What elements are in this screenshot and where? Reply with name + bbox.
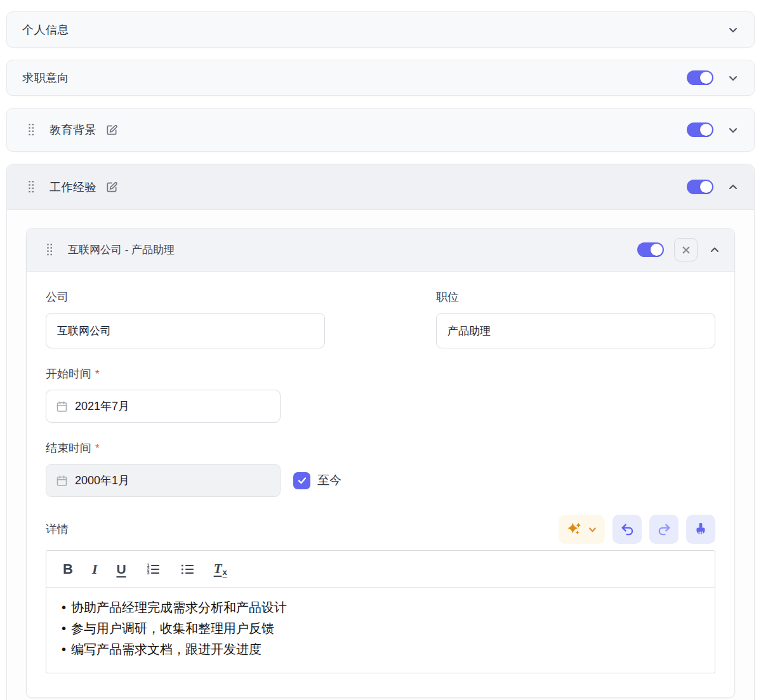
- section-toggle[interactable]: [687, 180, 713, 194]
- undo-button[interactable]: [612, 515, 642, 544]
- work-section-body: 互联网公司 - 产品助理 公司: [7, 210, 754, 700]
- chevron-down-icon[interactable]: [727, 24, 739, 36]
- clean-format-brush-button[interactable]: [686, 515, 715, 544]
- start-date-value: 2021年7月: [75, 399, 129, 414]
- toggle-knob: [700, 124, 712, 136]
- section-personal-info[interactable]: 个人信息: [6, 11, 755, 48]
- entry-toggle[interactable]: [637, 242, 664, 257]
- sparkles-icon: [566, 521, 583, 538]
- detail-label: 详情: [46, 522, 69, 538]
- bullet-item: •编写产品需求文档，跟进开发进度: [62, 639, 699, 660]
- bullet-marker: •: [62, 597, 66, 618]
- bullet-list-button[interactable]: [180, 562, 195, 577]
- brush-icon: [693, 522, 708, 537]
- edit-icon[interactable]: [105, 181, 118, 194]
- bullet-marker: •: [62, 639, 66, 660]
- required-asterisk: *: [95, 442, 100, 454]
- bullet-marker: •: [62, 618, 66, 639]
- work-entry-body: 公司 职位 开始时间*: [27, 272, 734, 697]
- calendar-icon: [55, 400, 69, 413]
- section-job-intention[interactable]: 求职意向: [6, 60, 755, 96]
- work-entry-header[interactable]: 互联网公司 - 产品助理: [27, 228, 734, 272]
- company-field-group: 公司: [46, 289, 325, 348]
- section-title: 教育背景: [50, 122, 96, 138]
- section-toggle[interactable]: [687, 122, 713, 137]
- section-work-experience: 工作经验 互联网公司 - 产品助理: [6, 164, 755, 700]
- start-date-label: 开始时间*: [46, 366, 715, 382]
- bullet-item: •参与用户调研，收集和整理用户反馈: [62, 618, 699, 639]
- ordered-list-button[interactable]: 123: [145, 562, 161, 577]
- bullet-item: •协助产品经理完成需求分析和产品设计: [62, 597, 699, 618]
- calendar-icon: [55, 474, 69, 487]
- drag-handle-icon[interactable]: [29, 181, 34, 193]
- start-date-picker[interactable]: 2021年7月: [46, 390, 281, 423]
- italic-button[interactable]: I: [92, 561, 98, 578]
- section-title: 个人信息: [22, 22, 69, 37]
- section-toggle[interactable]: [687, 70, 713, 85]
- redo-button[interactable]: [649, 515, 678, 544]
- underline-button[interactable]: U: [116, 562, 126, 577]
- edit-icon[interactable]: [105, 124, 118, 136]
- toggle-knob: [700, 72, 712, 84]
- toggle-knob: [700, 181, 712, 193]
- svg-text:3: 3: [147, 571, 149, 575]
- end-date-label: 结束时间*: [46, 440, 715, 456]
- editor-content[interactable]: •协助产品经理完成需求分析和产品设计 •参与用户调研，收集和整理用户反馈 •编写…: [46, 588, 715, 673]
- entry-title: 互联网公司 - 产品助理: [68, 242, 175, 257]
- editor-toolbar: B I U 123 Tx: [46, 551, 715, 588]
- required-asterisk: *: [95, 368, 100, 380]
- drag-handle-icon[interactable]: [29, 124, 34, 136]
- present-label: 至今: [317, 472, 341, 489]
- present-checkbox[interactable]: [293, 472, 310, 489]
- company-label: 公司: [46, 289, 325, 305]
- position-label: 职位: [436, 289, 715, 305]
- detail-header-row: 详情: [46, 515, 715, 544]
- undo-icon: [620, 522, 635, 537]
- start-date-group: 开始时间* 2021年7月: [46, 366, 715, 423]
- clear-format-button[interactable]: Tx: [214, 561, 227, 577]
- chevron-down-icon[interactable]: [727, 72, 739, 84]
- toggle-knob: [651, 244, 663, 256]
- chevron-up-icon[interactable]: [727, 182, 739, 193]
- section-title: 求职意向: [22, 70, 69, 86]
- detail-toolbar: [559, 515, 715, 544]
- resume-editor: 个人信息 求职意向 教育背景 工作经: [0, 0, 761, 700]
- end-date-group: 结束时间* 2000年1月 至今: [46, 440, 715, 497]
- section-title: 工作经验: [50, 180, 96, 195]
- chevron-up-icon[interactable]: [709, 244, 720, 256]
- company-input[interactable]: [46, 313, 325, 348]
- end-date-value: 2000年1月: [75, 473, 129, 488]
- drag-handle-icon[interactable]: [47, 244, 53, 256]
- work-section-header[interactable]: 工作经验: [7, 164, 754, 210]
- position-input[interactable]: [436, 313, 715, 348]
- work-entry-card: 互联网公司 - 产品助理 公司: [26, 228, 735, 698]
- redo-icon: [657, 522, 672, 537]
- ai-polish-button[interactable]: [559, 515, 605, 544]
- chevron-down-icon: [588, 525, 597, 534]
- bold-button[interactable]: B: [63, 561, 73, 578]
- end-date-picker: 2000年1月: [46, 464, 281, 497]
- section-education[interactable]: 教育背景: [6, 108, 755, 152]
- chevron-down-icon[interactable]: [727, 124, 739, 136]
- rich-text-editor: B I U 123 Tx: [46, 550, 715, 673]
- position-field-group: 职位: [436, 289, 715, 348]
- delete-entry-button[interactable]: [674, 238, 698, 261]
